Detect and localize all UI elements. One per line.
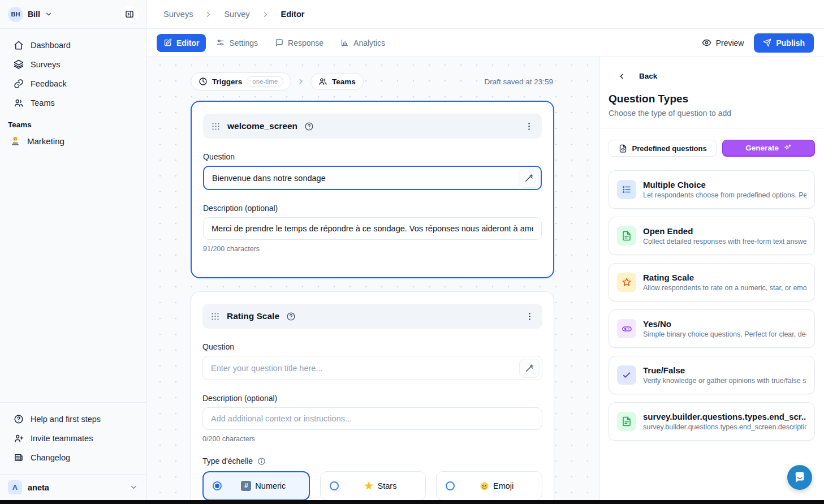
- magic-wand-button[interactable]: [519, 169, 539, 188]
- edit-icon: [163, 38, 172, 47]
- question-type-true-false[interactable]: True/False Verify knowledge or gather op…: [609, 356, 815, 394]
- question-type-end-screen[interactable]: survey.builder.questions.types.end_scr..…: [609, 402, 815, 441]
- one-time-badge: one-time: [247, 76, 283, 87]
- preview-button[interactable]: Preview: [702, 38, 744, 48]
- scale-option-stars[interactable]: Stars: [320, 471, 426, 500]
- tab-label: Analytics: [353, 38, 385, 48]
- sidebar-item-help[interactable]: Help and first steps: [6, 410, 140, 429]
- tab-label: Editor: [176, 38, 199, 48]
- question-type-rating-scale[interactable]: Rating Scale Allow respondents to rate o…: [609, 263, 815, 301]
- tab-analytics[interactable]: Analytics: [334, 34, 392, 52]
- card-menu-button[interactable]: [524, 122, 534, 131]
- tab-editor[interactable]: Editor: [157, 34, 206, 52]
- description-label: Description (optional): [203, 204, 542, 213]
- type-name: survey.builder.questions.types.end_scr..…: [643, 412, 806, 421]
- type-name: True/False: [643, 365, 806, 375]
- breadcrumb-editor[interactable]: Editor: [281, 10, 305, 19]
- message-icon: [275, 38, 283, 47]
- generate-button[interactable]: Generate: [722, 140, 815, 157]
- question-title-input[interactable]: [203, 166, 542, 190]
- teams-section-label: Teams: [0, 113, 146, 131]
- question-title-input[interactable]: [202, 356, 542, 380]
- breadcrumb-surveys[interactable]: Surveys: [163, 10, 193, 19]
- question-card-header[interactable]: Rating Scale: [202, 304, 542, 329]
- scale-type-label: Type d'échelle: [202, 456, 542, 466]
- team-name: Marketing: [27, 136, 64, 146]
- drag-handle-icon[interactable]: [210, 312, 220, 321]
- sidebar-item-team-marketing[interactable]: Marketing: [0, 131, 146, 150]
- question-description-input[interactable]: [203, 217, 542, 240]
- draft-status: Draft saved at 23:59: [484, 77, 553, 86]
- question-description-input[interactable]: [202, 407, 542, 430]
- question-card-rating-scale[interactable]: Rating Scale Question Description (opti: [191, 291, 554, 500]
- panel-subtitle: Choose the type of question to add: [599, 105, 824, 128]
- info-icon[interactable]: [257, 457, 266, 466]
- sidebar-toggle-button[interactable]: [121, 6, 138, 23]
- publish-button[interactable]: Publish: [754, 33, 814, 53]
- users-icon: [318, 77, 327, 86]
- sidebar-item-label: Invite teammates: [31, 434, 93, 443]
- scale-option-emoji[interactable]: Emoji: [436, 471, 542, 500]
- scale-option-label: Emoji: [493, 481, 514, 490]
- help-circle-icon: [14, 414, 24, 424]
- file-code-icon: [619, 144, 627, 153]
- question-type-list: Multiple Choice Let respondents choose f…: [599, 162, 824, 449]
- tab-settings[interactable]: Settings: [209, 34, 265, 52]
- file-text-icon: [617, 226, 636, 245]
- radio-unselected[interactable]: [330, 481, 339, 490]
- radio-selected[interactable]: [213, 481, 222, 490]
- smiley-emoji: [480, 481, 489, 491]
- chat-launcher-button[interactable]: [787, 465, 812, 490]
- type-description: Verify knowledge or gather opinions with…: [643, 377, 806, 385]
- account-name: aneta: [28, 483, 49, 492]
- sidebar-item-surveys[interactable]: Surveys: [6, 55, 140, 74]
- scale-option-numeric[interactable]: # Numeric: [202, 471, 310, 500]
- triggers-chip[interactable]: Triggers one-time: [191, 72, 291, 91]
- sidebar-item-dashboard[interactable]: Dashboard: [6, 36, 140, 55]
- question-type-multiple-choice[interactable]: Multiple Choice Let respondents choose f…: [609, 170, 815, 209]
- question-type-open-ended[interactable]: Open Ended Collect detailed responses wi…: [609, 217, 815, 255]
- question-card-header[interactable]: welcome_screen: [203, 114, 542, 139]
- sidebar-item-label: Dashboard: [31, 41, 71, 50]
- back-button[interactable]: Back: [599, 57, 824, 80]
- sidebar-item-label: Changelog: [31, 453, 70, 462]
- tab-label: Settings: [229, 38, 258, 48]
- teams-chip[interactable]: Teams: [310, 73, 364, 90]
- card-menu-button[interactable]: [525, 312, 534, 321]
- question-type-yes-no[interactable]: Yes/No Simple binary choice questions. P…: [609, 309, 815, 348]
- sidebar-item-teams[interactable]: Teams: [6, 93, 140, 113]
- question-card-title: welcome_screen: [227, 121, 297, 131]
- survey-editor-app: BH Bill Dashboard Surv: [0, 0, 824, 504]
- sidebar-item-invite[interactable]: Invite teammates: [6, 429, 140, 448]
- home-icon: [14, 40, 24, 50]
- scale-option-label: Numeric: [255, 481, 286, 490]
- help-circle-icon[interactable]: [286, 312, 296, 321]
- help-circle-icon[interactable]: [304, 122, 314, 131]
- chart-icon: [340, 38, 349, 47]
- canvas-chips-row: Triggers one-time Teams Draft saved at 2…: [191, 72, 553, 91]
- chevron-down-icon: [130, 483, 138, 492]
- sidebar-item-feedback[interactable]: Feedback: [6, 74, 140, 93]
- predefined-questions-button[interactable]: Predefined questions: [609, 140, 717, 157]
- list-icon: [617, 180, 636, 199]
- drag-handle-icon[interactable]: [211, 122, 221, 131]
- question-label: Question: [203, 152, 542, 161]
- sliders-icon: [216, 38, 225, 47]
- survey-canvas: Triggers one-time Teams Draft saved at 2…: [146, 57, 599, 500]
- type-description: Simple binary choice questions. Perfect …: [643, 330, 806, 338]
- tab-response[interactable]: Response: [268, 34, 330, 52]
- account-switcher[interactable]: A aneta: [0, 474, 146, 500]
- chevron-right-icon: [297, 77, 305, 85]
- layers-icon: [14, 59, 24, 70]
- breadcrumb-survey[interactable]: Survey: [224, 10, 249, 19]
- sidebar-item-changelog[interactable]: Changelog: [6, 448, 140, 467]
- chevron-right-icon: [204, 10, 213, 19]
- chevron-left-icon: [618, 72, 625, 80]
- type-description: Let respondents choose from predefined o…: [643, 191, 806, 199]
- radio-unselected[interactable]: [446, 481, 455, 490]
- workspace-switcher[interactable]: BH Bill: [0, 0, 146, 29]
- description-label: Description (optional): [202, 394, 542, 403]
- question-card-welcome-screen[interactable]: welcome_screen Question Description (op: [191, 101, 554, 278]
- breadcrumb: Surveys Survey Editor: [146, 0, 824, 29]
- magic-wand-button[interactable]: [519, 359, 540, 378]
